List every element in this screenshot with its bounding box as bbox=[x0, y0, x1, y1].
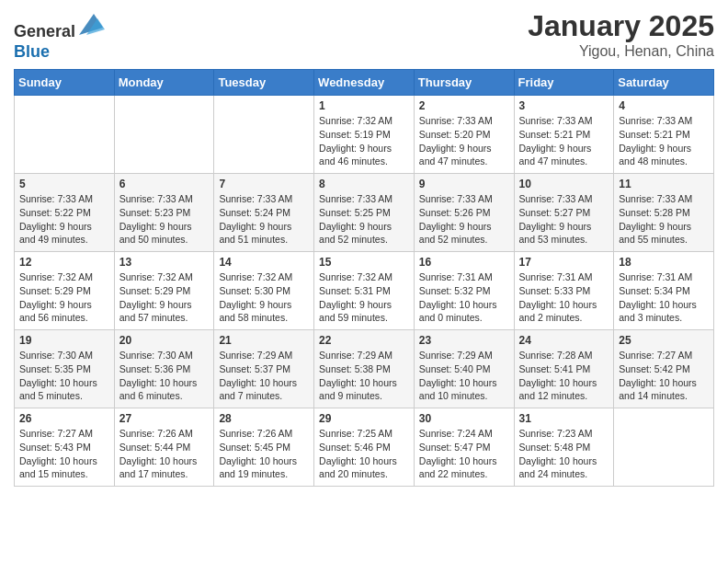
cell-content: Sunrise: 7:26 AM Sunset: 5:44 PM Dayligh… bbox=[119, 427, 210, 481]
days-header-row: SundayMondayTuesdayWednesdayThursdayFrid… bbox=[15, 70, 714, 96]
day-number: 15 bbox=[319, 256, 409, 269]
day-header-tuesday: Tuesday bbox=[214, 70, 314, 96]
calendar-cell: 27Sunrise: 7:26 AM Sunset: 5:44 PM Dayli… bbox=[114, 408, 214, 487]
day-number: 6 bbox=[119, 178, 210, 190]
cell-content: Sunrise: 7:28 AM Sunset: 5:41 PM Dayligh… bbox=[519, 349, 609, 403]
day-number: 25 bbox=[619, 334, 709, 347]
week-row-5: 26Sunrise: 7:27 AM Sunset: 5:43 PM Dayli… bbox=[15, 408, 714, 487]
logo-blue: Blue bbox=[14, 42, 50, 61]
page-header: General Blue January 2025 Yigou, Henan, … bbox=[14, 9, 714, 62]
day-number: 24 bbox=[519, 334, 609, 347]
calendar-cell: 11Sunrise: 7:33 AM Sunset: 5:28 PM Dayli… bbox=[614, 174, 714, 252]
cell-content: Sunrise: 7:31 AM Sunset: 5:33 PM Dayligh… bbox=[519, 270, 609, 325]
calendar-cell bbox=[15, 96, 115, 174]
calendar-cell: 3Sunrise: 7:33 AM Sunset: 5:21 PM Daylig… bbox=[514, 96, 614, 174]
day-header-sunday: Sunday bbox=[15, 70, 115, 96]
cell-content: Sunrise: 7:29 AM Sunset: 5:38 PM Dayligh… bbox=[319, 349, 409, 403]
calendar-cell bbox=[114, 96, 214, 174]
day-number: 1 bbox=[319, 99, 409, 112]
cell-content: Sunrise: 7:31 AM Sunset: 5:32 PM Dayligh… bbox=[419, 270, 509, 325]
cell-content: Sunrise: 7:32 AM Sunset: 5:31 PM Dayligh… bbox=[319, 270, 409, 325]
cell-content: Sunrise: 7:33 AM Sunset: 5:27 PM Dayligh… bbox=[519, 192, 609, 247]
calendar-cell: 31Sunrise: 7:23 AM Sunset: 5:48 PM Dayli… bbox=[514, 408, 614, 487]
logo-general: General bbox=[14, 22, 75, 40]
calendar-cell: 16Sunrise: 7:31 AM Sunset: 5:32 PM Dayli… bbox=[414, 252, 514, 330]
cell-content: Sunrise: 7:33 AM Sunset: 5:26 PM Dayligh… bbox=[419, 192, 509, 247]
day-number: 22 bbox=[319, 334, 409, 347]
day-number: 11 bbox=[619, 178, 709, 190]
calendar-cell: 12Sunrise: 7:32 AM Sunset: 5:29 PM Dayli… bbox=[15, 252, 115, 330]
day-number: 16 bbox=[419, 256, 509, 269]
day-number: 2 bbox=[419, 99, 509, 112]
calendar-cell: 14Sunrise: 7:32 AM Sunset: 5:30 PM Dayli… bbox=[214, 252, 314, 330]
calendar-cell: 22Sunrise: 7:29 AM Sunset: 5:38 PM Dayli… bbox=[314, 330, 415, 408]
calendar-cell: 10Sunrise: 7:33 AM Sunset: 5:27 PM Dayli… bbox=[514, 174, 614, 252]
day-number: 14 bbox=[219, 256, 309, 269]
cell-content: Sunrise: 7:30 AM Sunset: 5:36 PM Dayligh… bbox=[119, 349, 210, 403]
calendar-cell: 21Sunrise: 7:29 AM Sunset: 5:37 PM Dayli… bbox=[214, 330, 314, 408]
calendar-cell: 2Sunrise: 7:33 AM Sunset: 5:20 PM Daylig… bbox=[414, 96, 514, 174]
day-number: 27 bbox=[119, 412, 210, 425]
cell-content: Sunrise: 7:32 AM Sunset: 5:19 PM Dayligh… bbox=[319, 114, 409, 168]
cell-content: Sunrise: 7:27 AM Sunset: 5:43 PM Dayligh… bbox=[19, 427, 109, 481]
calendar-cell bbox=[214, 96, 314, 174]
cell-content: Sunrise: 7:30 AM Sunset: 5:35 PM Dayligh… bbox=[19, 349, 109, 403]
calendar-cell: 18Sunrise: 7:31 AM Sunset: 5:34 PM Dayli… bbox=[614, 252, 714, 330]
calendar-cell: 7Sunrise: 7:33 AM Sunset: 5:24 PM Daylig… bbox=[214, 174, 314, 252]
cell-content: Sunrise: 7:32 AM Sunset: 5:30 PM Dayligh… bbox=[219, 270, 309, 325]
day-number: 19 bbox=[19, 334, 109, 347]
day-number: 20 bbox=[119, 334, 210, 347]
day-number: 21 bbox=[219, 334, 309, 347]
calendar-cell: 23Sunrise: 7:29 AM Sunset: 5:40 PM Dayli… bbox=[414, 330, 514, 408]
calendar-cell: 25Sunrise: 7:27 AM Sunset: 5:42 PM Dayli… bbox=[614, 330, 714, 408]
logo-icon bbox=[77, 9, 105, 37]
calendar-title: January 2025 bbox=[528, 9, 714, 43]
calendar-subtitle: Yigou, Henan, China bbox=[528, 43, 714, 60]
calendar-cell: 9Sunrise: 7:33 AM Sunset: 5:26 PM Daylig… bbox=[414, 174, 514, 252]
calendar-cell: 17Sunrise: 7:31 AM Sunset: 5:33 PM Dayli… bbox=[514, 252, 614, 330]
day-number: 5 bbox=[19, 178, 109, 190]
calendar-cell: 19Sunrise: 7:30 AM Sunset: 5:35 PM Dayli… bbox=[15, 330, 115, 408]
cell-content: Sunrise: 7:33 AM Sunset: 5:23 PM Dayligh… bbox=[119, 192, 210, 247]
cell-content: Sunrise: 7:33 AM Sunset: 5:28 PM Dayligh… bbox=[619, 192, 709, 247]
cell-content: Sunrise: 7:33 AM Sunset: 5:22 PM Dayligh… bbox=[19, 192, 109, 247]
cell-content: Sunrise: 7:26 AM Sunset: 5:45 PM Dayligh… bbox=[219, 427, 309, 481]
day-number: 8 bbox=[319, 178, 409, 190]
week-row-2: 5Sunrise: 7:33 AM Sunset: 5:22 PM Daylig… bbox=[15, 174, 714, 252]
calendar-table: SundayMondayTuesdayWednesdayThursdayFrid… bbox=[14, 69, 714, 487]
cell-content: Sunrise: 7:24 AM Sunset: 5:47 PM Dayligh… bbox=[419, 427, 509, 481]
cell-content: Sunrise: 7:32 AM Sunset: 5:29 PM Dayligh… bbox=[119, 270, 210, 325]
cell-content: Sunrise: 7:23 AM Sunset: 5:48 PM Dayligh… bbox=[519, 427, 609, 481]
week-row-3: 12Sunrise: 7:32 AM Sunset: 5:29 PM Dayli… bbox=[15, 252, 714, 330]
calendar-cell: 13Sunrise: 7:32 AM Sunset: 5:29 PM Dayli… bbox=[114, 252, 214, 330]
calendar-cell bbox=[614, 408, 714, 487]
calendar-cell: 30Sunrise: 7:24 AM Sunset: 5:47 PM Dayli… bbox=[414, 408, 514, 487]
cell-content: Sunrise: 7:33 AM Sunset: 5:20 PM Dayligh… bbox=[419, 114, 509, 168]
cell-content: Sunrise: 7:29 AM Sunset: 5:40 PM Dayligh… bbox=[419, 349, 509, 403]
day-number: 3 bbox=[519, 99, 609, 112]
day-number: 31 bbox=[519, 412, 609, 425]
day-number: 28 bbox=[219, 412, 309, 425]
cell-content: Sunrise: 7:33 AM Sunset: 5:24 PM Dayligh… bbox=[219, 192, 309, 247]
calendar-cell: 26Sunrise: 7:27 AM Sunset: 5:43 PM Dayli… bbox=[15, 408, 115, 487]
day-number: 12 bbox=[19, 256, 109, 269]
day-header-thursday: Thursday bbox=[414, 70, 514, 96]
calendar-cell: 15Sunrise: 7:32 AM Sunset: 5:31 PM Dayli… bbox=[314, 252, 415, 330]
cell-content: Sunrise: 7:31 AM Sunset: 5:34 PM Dayligh… bbox=[619, 270, 709, 325]
calendar-cell: 5Sunrise: 7:33 AM Sunset: 5:22 PM Daylig… bbox=[15, 174, 115, 252]
day-number: 7 bbox=[219, 178, 309, 190]
week-row-4: 19Sunrise: 7:30 AM Sunset: 5:35 PM Dayli… bbox=[15, 330, 714, 408]
day-number: 10 bbox=[519, 178, 609, 190]
cell-content: Sunrise: 7:32 AM Sunset: 5:29 PM Dayligh… bbox=[19, 270, 109, 325]
day-number: 23 bbox=[419, 334, 509, 347]
day-header-friday: Friday bbox=[514, 70, 614, 96]
week-row-1: 1Sunrise: 7:32 AM Sunset: 5:19 PM Daylig… bbox=[15, 96, 714, 174]
day-number: 18 bbox=[619, 256, 709, 269]
calendar-cell: 4Sunrise: 7:33 AM Sunset: 5:21 PM Daylig… bbox=[614, 96, 714, 174]
cell-content: Sunrise: 7:25 AM Sunset: 5:46 PM Dayligh… bbox=[319, 427, 409, 481]
cell-content: Sunrise: 7:29 AM Sunset: 5:37 PM Dayligh… bbox=[219, 349, 309, 403]
calendar-cell: 1Sunrise: 7:32 AM Sunset: 5:19 PM Daylig… bbox=[314, 96, 415, 174]
logo: General Blue bbox=[14, 9, 105, 62]
day-header-monday: Monday bbox=[114, 70, 214, 96]
cell-content: Sunrise: 7:33 AM Sunset: 5:25 PM Dayligh… bbox=[319, 192, 409, 247]
